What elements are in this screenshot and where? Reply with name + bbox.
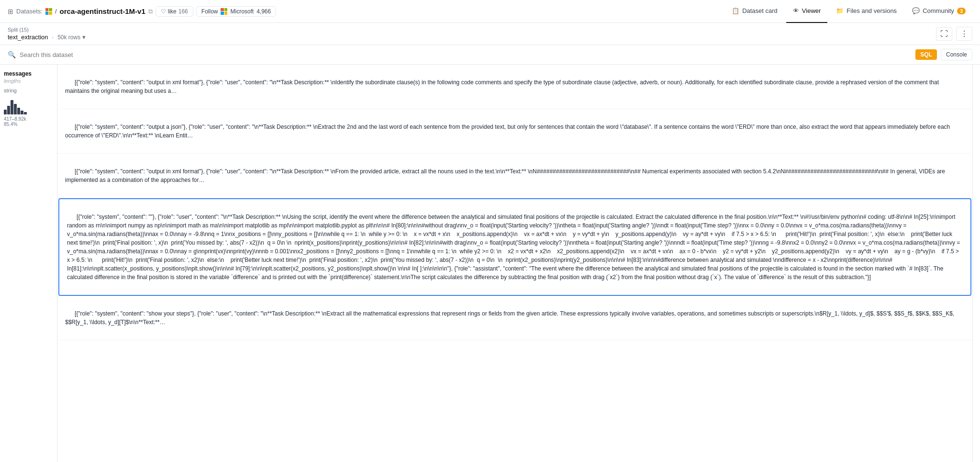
community-icon: 💬 [912, 7, 920, 14]
column-type: string [4, 88, 53, 93]
like-label: like [168, 8, 177, 15]
search-bar: 🔍 SQL Console [0, 45, 980, 65]
column-range: 417–8.92k [4, 116, 53, 122]
table-row: [{"role": "system", "content": "output i… [57, 65, 972, 109]
row-text-2: [{"role": "system", "content": "output a… [65, 124, 952, 139]
bar-3 [11, 100, 13, 114]
row-text-5: [{"role": "system", "content": "show you… [65, 310, 956, 326]
tab-viewer-label: Viewer [802, 7, 821, 14]
more-options-button[interactable]: ⋮ [956, 27, 972, 41]
split-value: text_extraction [8, 34, 48, 41]
bar-7 [24, 112, 27, 114]
column-subtype: lengths [4, 78, 53, 84]
microsoft-icon [45, 8, 52, 15]
top-nav: ⊞ Datasets: / orca-agentinstruct-1M-v1 ⧉… [0, 0, 980, 23]
tab-community-label: Community [923, 7, 954, 14]
table-row: [{"role": "system", "content": "show you… [57, 296, 972, 340]
heart-icon: ♡ [161, 8, 166, 15]
search-input-wrap: 🔍 [8, 51, 912, 58]
split-selector[interactable]: text_extraction · 50k rows ▾ [8, 34, 86, 41]
org-name[interactable]: / [55, 8, 57, 15]
column-name: messages [4, 70, 53, 77]
expand-button[interactable]: ⛶ [936, 27, 952, 41]
follow-ms-icon [221, 8, 227, 15]
follow-button[interactable]: Follow Microsoft 4,966 [196, 6, 276, 17]
table-row: [{"role": "system", "content": "output a… [57, 109, 972, 154]
right-scroll-indicator [972, 65, 980, 462]
sql-button[interactable]: SQL [915, 49, 937, 60]
follow-org: Microsoft [230, 8, 254, 15]
bar-5 [17, 108, 20, 114]
split-rows: 50k rows [57, 34, 80, 41]
like-count: 166 [178, 8, 188, 15]
bar-6 [21, 111, 23, 114]
column-pct: 85.4% [4, 122, 53, 127]
copy-icon[interactable]: ⧉ [148, 8, 153, 15]
table-row: [{"role": "system", "content": "output i… [57, 154, 972, 198]
table-row-highlighted: [{"role": "system", "content": ""}, {"ro… [58, 198, 971, 296]
files-icon: 📁 [836, 7, 844, 14]
console-button[interactable]: Console [941, 49, 972, 60]
nav-left: ⊞ Datasets: / orca-agentinstruct-1M-v1 ⧉… [8, 6, 721, 17]
community-badge: 3 [957, 8, 966, 14]
tab-viewer[interactable]: 👁 Viewer [786, 0, 828, 23]
grid-icon: ⊞ [8, 8, 13, 15]
bar-1 [4, 110, 7, 114]
mini-bar-chart [4, 95, 33, 114]
search-input[interactable] [20, 51, 912, 58]
toolbar: Split (15) text_extraction · 50k rows ▾ … [0, 23, 980, 45]
follow-count: 4,966 [256, 8, 271, 15]
row-text-1: [{"role": "system", "content": "output i… [65, 79, 940, 94]
tab-dataset-card[interactable]: 📋 Dataset card [725, 0, 784, 23]
tab-dataset-card-label: Dataset card [742, 7, 778, 14]
search-right: SQL Console [915, 49, 972, 60]
tab-files-label: Files and versions [846, 7, 897, 14]
repo-name[interactable]: orca-agentinstruct-1M-v1 [60, 7, 145, 15]
viewer-icon: 👁 [793, 7, 799, 14]
bar-2 [7, 106, 10, 114]
row-text-4: [{"role": "system", "content": ""}, {"ro… [67, 214, 962, 281]
split-section: Split (15) text_extraction · 50k rows ▾ [8, 27, 86, 41]
main-content: messages lengths string 417–8.92k 85.4% … [0, 65, 980, 462]
dataset-card-icon: 📋 [732, 7, 739, 14]
tab-files-versions[interactable]: 📁 Files and versions [829, 0, 903, 23]
separator: · [52, 34, 54, 41]
like-button[interactable]: ♡ like 166 [156, 6, 193, 17]
column-panel: messages lengths string 417–8.92k 85.4% [0, 65, 57, 462]
datasets-label: Datasets: [16, 8, 43, 15]
follow-label: Follow [201, 8, 218, 15]
split-label: Split (15) [8, 27, 86, 33]
tab-community[interactable]: 💬 Community 3 [905, 0, 972, 23]
chevron-down-icon: ▾ [82, 34, 86, 41]
row-text-3: [{"role": "system", "content": "output i… [65, 168, 947, 183]
search-icon: 🔍 [8, 51, 16, 58]
data-area[interactable]: [{"role": "system", "content": "output i… [57, 65, 972, 462]
nav-tabs: 📋 Dataset card 👁 Viewer 📁 Files and vers… [725, 0, 972, 23]
bar-4 [14, 104, 17, 114]
